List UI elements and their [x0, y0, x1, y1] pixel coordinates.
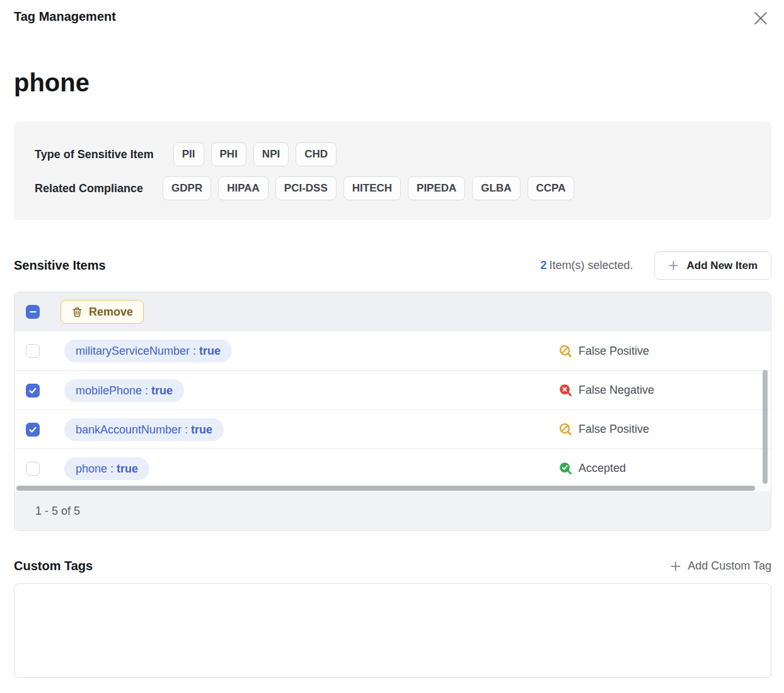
selected-suffix: Item(s) selected.	[550, 259, 633, 272]
tag-chip[interactable]: PIPEDA	[408, 176, 465, 200]
sensitive-items-table: Remove militaryServiceNumber : true Fals…	[14, 292, 771, 531]
tag-chip[interactable]: PCI-DSS	[275, 176, 337, 200]
row-checkbox[interactable]	[26, 462, 40, 476]
custom-tags-title: Custom Tags	[14, 559, 93, 573]
false-positive-icon	[559, 345, 572, 358]
false-negative-icon	[559, 384, 572, 397]
tag-chip[interactable]: GLBA	[472, 176, 520, 200]
info-row: Type of Sensitive Item PII PHI NPI CHD	[35, 142, 751, 166]
add-new-item-label: Add New Item	[687, 260, 758, 272]
remove-button[interactable]: Remove	[61, 300, 144, 324]
info-panel-rows: Type of Sensitive Item PII PHI NPI CHD R…	[35, 142, 751, 200]
row-status: False Positive	[559, 345, 649, 358]
vertical-scrollbar-thumb[interactable]	[763, 370, 768, 484]
tag-chip[interactable]: GDPR	[163, 176, 211, 200]
selected-count-text: 2Item(s) selected.	[541, 259, 633, 272]
info-panel: Type of Sensitive Item PII PHI NPI CHD R…	[14, 122, 771, 220]
item-pill[interactable]: phone : true	[64, 457, 149, 480]
select-all-checkbox[interactable]	[26, 305, 40, 319]
item-pill[interactable]: mobilePhone : true	[64, 379, 184, 402]
tag-chip[interactable]: HITECH	[343, 176, 401, 200]
sensitive-items-title: Sensitive Items	[14, 258, 106, 273]
add-new-item-button[interactable]: Add New Item	[654, 251, 771, 280]
chip-list: PII PHI NPI CHD	[173, 142, 337, 166]
accepted-icon	[559, 462, 572, 475]
item-pill[interactable]: militaryServiceNumber : true	[64, 340, 232, 362]
tag-chip[interactable]: HIPAA	[218, 176, 268, 200]
table-row: phone : true Accepted	[14, 449, 771, 485]
false-positive-icon	[559, 423, 572, 436]
table-row: militaryServiceNumber : true False Posit…	[14, 331, 771, 370]
table-footer: 1 - 5 of 5	[14, 491, 771, 530]
add-custom-tag-button[interactable]: Add Custom Tag	[670, 559, 771, 573]
tag-chip[interactable]: PHI	[211, 142, 246, 166]
trash-icon	[71, 306, 83, 318]
item-pill[interactable]: bankAccountNumber : true	[64, 418, 224, 441]
close-icon	[751, 9, 771, 28]
add-custom-tag-label: Add Custom Tag	[688, 559, 771, 573]
close-button[interactable]	[751, 8, 771, 28]
row-checkbox[interactable]	[26, 344, 40, 358]
page-title: phone	[14, 69, 771, 96]
table-row: bankAccountNumber : true False Positive	[14, 410, 771, 449]
horizontal-scrollbar	[14, 485, 771, 491]
row-checkbox[interactable]	[26, 384, 40, 398]
table-toolbar: Remove	[14, 292, 771, 331]
custom-tags-header: Custom Tags Add Custom Tag	[14, 559, 771, 573]
info-row-label: Type of Sensitive Item	[35, 148, 154, 161]
modal-title: Tag Management	[14, 8, 116, 24]
tag-chip[interactable]: PII	[173, 142, 204, 166]
plus-icon	[668, 260, 679, 271]
row-status: Accepted	[559, 462, 626, 475]
sensitive-items-header: Sensitive Items 2Item(s) selected. Add N…	[14, 251, 771, 280]
row-status: False Positive	[559, 423, 649, 436]
plus-icon	[670, 561, 681, 572]
tag-chip[interactable]: CCPA	[527, 176, 575, 200]
selected-count: 2	[541, 259, 547, 272]
tag-management-modal: Tag Management phone Type of Sensitive I…	[0, 0, 784, 693]
info-row: Related Compliance GDPR HIPAA PCI-DSS HI…	[35, 176, 751, 200]
modal-header: Tag Management	[14, 8, 771, 28]
row-status: False Negative	[559, 384, 654, 397]
tag-chip[interactable]: CHD	[296, 142, 337, 166]
table-rows: militaryServiceNumber : true False Posit…	[14, 331, 771, 485]
pagination-text: 1 - 5 of 5	[35, 505, 80, 518]
info-row-label: Related Compliance	[35, 182, 143, 195]
horizontal-scrollbar-thumb[interactable]	[16, 486, 755, 491]
table-row: mobilePhone : true False Negative	[14, 370, 771, 410]
sensitive-items-header-right: 2Item(s) selected. Add New Item	[541, 251, 771, 280]
custom-tags-box	[14, 583, 771, 678]
remove-label: Remove	[89, 306, 133, 319]
chip-list: GDPR HIPAA PCI-DSS HITECH PIPEDA GLBA CC…	[163, 176, 574, 200]
tag-chip[interactable]: NPI	[253, 142, 289, 166]
row-checkbox[interactable]	[26, 423, 40, 437]
